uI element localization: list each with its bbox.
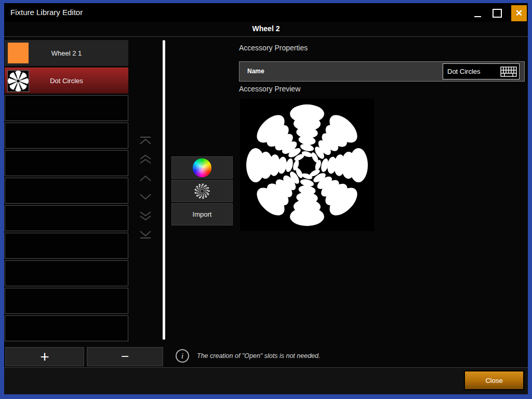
slot-label [5, 316, 128, 341]
remove-slot-button[interactable]: − [87, 347, 163, 366]
move-to-bottom-icon [138, 230, 153, 239]
close-icon: ✕ [515, 8, 523, 19]
slot-row[interactable] [5, 178, 128, 204]
slot-row[interactable] [5, 150, 128, 176]
slot-row[interactable] [5, 95, 128, 121]
name-property-row: Name [239, 61, 525, 82]
color-slot-button[interactable] [171, 156, 233, 179]
wheel-subtitle: Wheel 2 [4, 22, 528, 36]
move-to-top-button[interactable] [135, 133, 156, 148]
maximize-button[interactable] [489, 5, 505, 21]
import-label: Import [193, 210, 212, 218]
keyboard-icon[interactable] [500, 66, 517, 77]
chevron-up-icon [138, 175, 153, 182]
double-chevron-up-icon [138, 154, 153, 165]
close-window-button[interactable]: ✕ [511, 5, 527, 21]
reorder-arrows [134, 133, 157, 242]
footer-bar: Close [4, 368, 528, 394]
slot-label [5, 233, 128, 258]
move-down-fast-button[interactable] [135, 208, 156, 223]
gobo-sparkle-icon [193, 182, 211, 200]
info-icon: i [176, 349, 189, 363]
slot-list-scrollbar[interactable] [163, 40, 165, 340]
slot-row[interactable] [5, 288, 128, 314]
add-slot-button[interactable]: + [5, 347, 84, 366]
color-wheel-icon [193, 158, 211, 177]
slot-row[interactable] [5, 260, 128, 286]
chevron-down-icon [138, 193, 153, 201]
maximize-icon [493, 9, 502, 18]
dot-circles-gobo [246, 104, 368, 226]
window-border: Fixture Library Editor ✕ Wheel 2 Wheel 2… [0, 0, 532, 399]
minimize-button[interactable] [470, 5, 485, 21]
import-button[interactable]: Import [171, 203, 233, 225]
move-down-button[interactable] [135, 189, 156, 204]
titlebar: Fixture Library Editor ✕ [4, 3, 528, 22]
header-divider [4, 36, 528, 37]
remove-slot-label: − [121, 349, 129, 365]
accessory-preview-image [240, 99, 374, 231]
slot-label [5, 123, 128, 148]
slot-label: Dot Circles [5, 68, 128, 94]
accessory-properties-header: Accessory Properties [239, 44, 308, 52]
slot-row[interactable] [5, 315, 128, 341]
dialog: Fixture Library Editor ✕ Wheel 2 Wheel 2… [4, 3, 528, 394]
add-slot-label: + [40, 348, 49, 366]
accessory-preview-header: Accessory Preview [239, 85, 300, 93]
slot-label [5, 178, 128, 203]
minimize-icon [474, 16, 481, 17]
slot-label [5, 288, 128, 313]
window-title: Fixture Library Editor [10, 3, 83, 22]
slot-label [5, 151, 128, 176]
double-chevron-down-icon [138, 210, 153, 221]
info-note: The creation of "Open" slots is not need… [197, 349, 321, 363]
slot-row[interactable] [5, 123, 128, 149]
slot-label [5, 261, 128, 286]
slot-label [5, 206, 128, 231]
gobo-slot-button[interactable] [171, 180, 233, 202]
slot-row[interactable] [5, 233, 128, 259]
slot-row[interactable]: Dot Circles [5, 68, 128, 94]
move-up-fast-button[interactable] [135, 152, 156, 167]
slot-row[interactable] [5, 205, 128, 231]
move-up-button[interactable] [135, 170, 156, 185]
slot-label [5, 96, 128, 121]
slot-row[interactable]: Wheel 2 1 [5, 40, 128, 66]
slot-tools: Import [171, 156, 233, 227]
move-to-top-icon [138, 136, 153, 145]
slot-list: Wheel 2 1Dot Circles [5, 40, 128, 343]
name-label: Name [247, 62, 264, 81]
name-input[interactable] [443, 68, 500, 75]
slot-label: Wheel 2 1 [5, 40, 128, 66]
name-field-wrap [443, 63, 520, 79]
move-to-bottom-button[interactable] [135, 227, 156, 242]
close-button-label: Close [485, 377, 502, 384]
close-button[interactable]: Close [464, 370, 524, 390]
